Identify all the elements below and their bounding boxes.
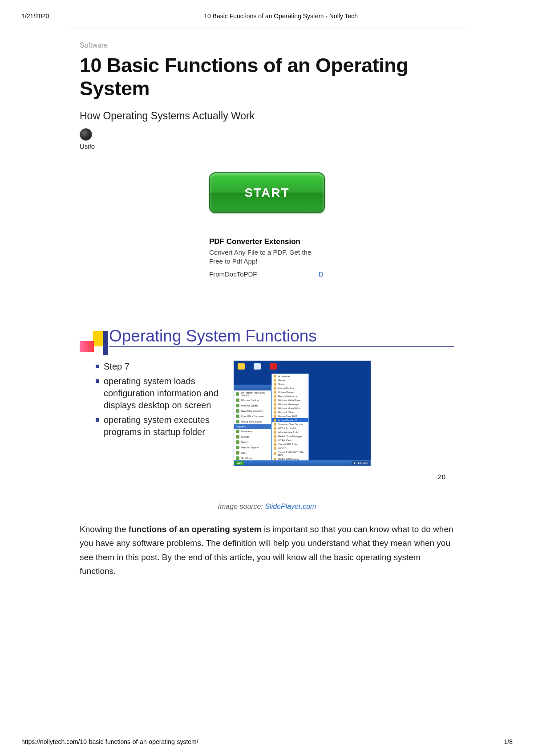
slide-bullets: Step 7 operating system loads configurat…: [96, 361, 229, 441]
slide-step: Step 7: [104, 361, 129, 373]
advertisement: START PDF Converter Extension Convert An…: [209, 172, 325, 278]
print-title: 10 Basic Functions of an Operating Syste…: [204, 12, 358, 20]
slide-bullet-2: operating system executes programs in st…: [104, 414, 229, 438]
print-header: 1/21/2020 10 Basic Functions of an Opera…: [0, 0, 534, 24]
slide-bullet-1: operating system loads configuration inf…: [104, 375, 229, 411]
image-caption: Image source: SlidePlayer.com: [80, 503, 454, 511]
embedded-slide: Operating System Functions Step 7 operat…: [80, 327, 454, 494]
ad-start-button[interactable]: START: [209, 172, 325, 213]
print-footer-url: https://nollytech.com/10-basic-functions…: [21, 738, 198, 745]
print-footer: https://nollytech.com/10-basic-functions…: [21, 738, 513, 745]
slide-page-number: 20: [80, 466, 454, 480]
article-title: 10 Basic Functions of an Operating Syste…: [80, 54, 454, 100]
author-name[interactable]: Usifo: [80, 142, 95, 150]
slide-title: Operating System Functions: [109, 327, 454, 345]
image-source-link[interactable]: SlidePlayer.com: [265, 503, 316, 510]
article-subtitle: How Operating Systems Actually Work: [80, 110, 454, 122]
body-paragraph-1: Knowing the functions of an operating sy…: [80, 522, 454, 578]
print-date: 1/21/2020: [21, 12, 49, 20]
ad-cta-link[interactable]: D: [319, 270, 325, 278]
windows-xp-screenshot: Set Program Access and Defaults Windows …: [234, 361, 371, 466]
print-page-number: 1/8: [504, 738, 513, 745]
programs-flyout: Accessories Games Startup Internet Explo…: [271, 374, 309, 461]
author-avatar[interactable]: [80, 128, 92, 141]
ad-title[interactable]: PDF Converter Extension: [209, 237, 325, 246]
taskbar: start ◧ ◨ ◩ ◪ ◫: [234, 460, 371, 466]
start-menu: Set Program Access and Defaults Windows …: [234, 385, 271, 461]
author-block[interactable]: Usifo: [80, 128, 454, 150]
slide-corner-graphic: [80, 331, 104, 355]
ad-source: FromDocToPDF: [209, 270, 257, 278]
start-button-xp: start: [235, 461, 244, 465]
ad-description: Convert Any File to a PDF. Get the Free …: [209, 248, 325, 266]
page-container: Software 10 Basic Functions of an Operat…: [67, 28, 467, 722]
category-link[interactable]: Software: [80, 41, 454, 49]
